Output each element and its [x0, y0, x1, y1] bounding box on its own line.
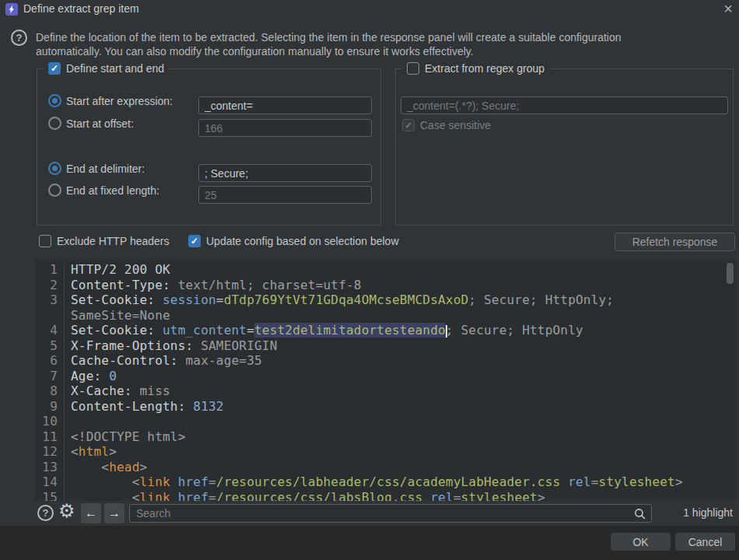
search-input[interactable]	[130, 505, 651, 522]
extract-regex-checkbox[interactable]	[407, 62, 419, 75]
update-config-label: Update config based on selection below	[206, 235, 399, 247]
exclude-http-headers-label: Exclude HTTP headers	[57, 235, 169, 247]
refetch-response-button[interactable]: Refetch response	[615, 233, 735, 251]
highlight-count: 1 highlight	[683, 506, 733, 519]
start-at-offset-radio[interactable]	[48, 117, 61, 130]
dialog-title: Define extract grep item	[23, 2, 139, 15]
end-at-fixed-length-radio[interactable]	[48, 184, 61, 197]
search-bar: ? ⚙ ← → 1 highlight	[0, 502, 739, 524]
start-at-offset-input[interactable]	[198, 119, 372, 137]
end-at-fixed-length-label: End at fixed length:	[66, 184, 159, 197]
start-after-expression-input[interactable]	[198, 96, 372, 114]
gear-icon[interactable]: ⚙	[58, 500, 75, 522]
start-after-expression-label: Start after expression:	[66, 95, 173, 107]
search-icon	[633, 507, 646, 523]
search-help-icon[interactable]: ?	[37, 505, 54, 521]
define-extract-grep-dialog: Define extract grep item × ? Define the …	[0, 0, 739, 526]
editor-scrollbar[interactable]	[727, 263, 734, 284]
search-box	[129, 504, 652, 523]
define-start-end-group: ✓ Define start and end Start after expre…	[37, 68, 381, 226]
define-start-end-checkbox[interactable]: ✓	[48, 62, 61, 75]
extract-regex-label: Extract from regex group	[425, 62, 545, 75]
close-icon[interactable]: ×	[723, 0, 733, 17]
intruder-bolt-icon	[5, 3, 18, 16]
next-match-button[interactable]: →	[104, 503, 124, 523]
define-start-end-label: Define start and end	[66, 62, 164, 75]
regex-group: Extract from regex group ✓ Case sensitiv…	[395, 68, 734, 226]
case-sensitive-checkbox[interactable]: ✓	[402, 119, 415, 131]
ok-button[interactable]: OK	[611, 533, 671, 551]
previous-match-button[interactable]: ←	[81, 503, 101, 523]
end-at-delimiter-input[interactable]	[198, 164, 372, 182]
end-at-fixed-length-input[interactable]	[198, 186, 372, 204]
title-bar: Define extract grep item ×	[0, 0, 739, 19]
end-at-delimiter-radio[interactable]	[48, 162, 61, 175]
case-sensitive-label: Case sensitive	[420, 119, 491, 131]
exclude-http-headers-checkbox[interactable]	[39, 235, 51, 247]
start-at-offset-label: Start at offset:	[66, 117, 134, 130]
update-config-checkbox[interactable]: ✓	[188, 235, 201, 247]
regex-pattern-input[interactable]	[401, 96, 728, 114]
help-icon: ?	[11, 30, 27, 46]
cancel-button[interactable]: Cancel	[675, 533, 735, 551]
end-at-delimiter-label: End at delimiter:	[66, 163, 145, 175]
response-editor[interactable]: 1HTTP/2 200 OK2Content-Type: text/html; …	[35, 258, 735, 501]
dialog-description: Define the location of the item to be ex…	[36, 30, 672, 58]
response-editor-lines: 1HTTP/2 200 OK2Content-Type: text/html; …	[35, 262, 735, 501]
start-after-expression-radio[interactable]	[48, 94, 61, 107]
